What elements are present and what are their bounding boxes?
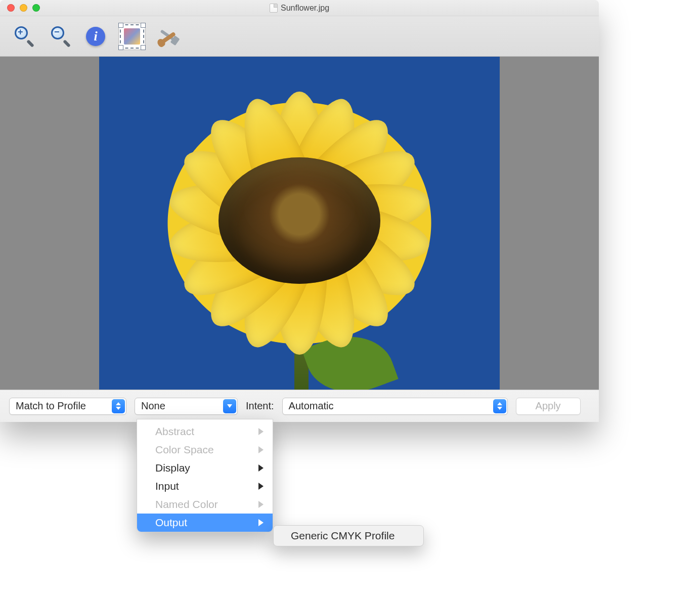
profile-submenu-item-label: Generic CMYK Profile [291, 530, 395, 542]
zoom-out-button[interactable]: − [46, 23, 73, 50]
displayed-image[interactable] [99, 57, 500, 390]
menu-item-label: Display [155, 462, 190, 474]
intent-label: Intent: [246, 400, 274, 412]
menu-item-label: Abstract [155, 425, 194, 438]
close-window-button[interactable] [7, 4, 15, 12]
color-controls-bar: Match to Profile None Intent: Automatic … [0, 390, 599, 422]
zoom-in-button[interactable]: + [9, 23, 36, 50]
chevron-right-icon [258, 483, 264, 490]
stepper-icon [493, 399, 506, 413]
document-icon [270, 4, 278, 13]
action-select-value: Match to Profile [16, 400, 86, 412]
apply-button[interactable]: Apply [516, 398, 581, 415]
profile-select-value: None [141, 400, 165, 412]
adjust-tools-button[interactable] [155, 23, 182, 50]
profile-menu-item-output[interactable]: Output [137, 514, 273, 532]
profile-menu-item-named-color: Named Color [137, 495, 273, 514]
menu-item-label: Color Space [155, 444, 214, 456]
intent-select[interactable]: Automatic [282, 398, 508, 415]
info-button[interactable]: i [82, 23, 109, 50]
menu-item-label: Input [155, 480, 179, 492]
profile-menu-item-display[interactable]: Display [137, 459, 273, 477]
window-title: Sunflower.jpg [0, 4, 599, 13]
profile-menu: AbstractColor SpaceDisplayInputNamed Col… [137, 419, 273, 532]
toolbar: + − i [0, 16, 599, 57]
zoom-out-icon: − [49, 26, 69, 47]
profile-menu-item-input[interactable]: Input [137, 477, 273, 495]
chevron-right-icon [258, 446, 264, 453]
image-size-button[interactable] [118, 23, 146, 50]
apply-button-label: Apply [536, 400, 561, 412]
app-window: Sunflower.jpg + − i [0, 0, 599, 422]
menu-item-label: Output [155, 517, 187, 529]
info-icon: i [86, 27, 105, 46]
intent-select-value: Automatic [289, 400, 334, 412]
profile-menu-item-color-space: Color Space [137, 441, 273, 459]
chevron-right-icon [258, 464, 264, 472]
chevron-right-icon [258, 428, 264, 435]
zoom-window-button[interactable] [32, 4, 40, 12]
minimize-window-button[interactable] [20, 4, 27, 12]
profile-menu-item-abstract: Abstract [137, 422, 273, 441]
window-title-text: Sunflower.jpg [281, 4, 329, 13]
canvas-area [0, 57, 599, 390]
tools-icon [157, 25, 180, 48]
action-select[interactable]: Match to Profile [9, 398, 126, 415]
dropdown-icon [223, 399, 236, 413]
zoom-in-icon: + [13, 26, 33, 47]
titlebar: Sunflower.jpg [0, 0, 599, 16]
window-controls [7, 4, 40, 12]
menu-item-label: Named Color [155, 498, 218, 510]
chevron-right-icon [258, 519, 264, 526]
chevron-right-icon [258, 501, 264, 508]
profile-select[interactable]: None [135, 398, 238, 415]
resize-icon [120, 24, 144, 49]
profile-submenu-item[interactable]: Generic CMYK Profile [273, 525, 424, 546]
stepper-icon [112, 399, 125, 413]
